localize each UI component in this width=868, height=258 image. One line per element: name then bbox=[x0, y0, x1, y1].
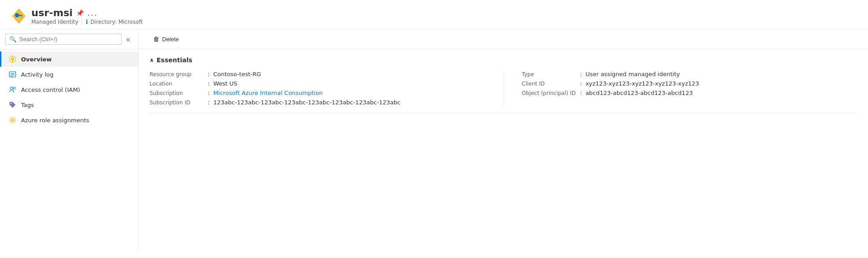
essentials-row-rg: Resource group : Contoso-test-RG bbox=[150, 71, 486, 77]
essentials-grid: Resource group : Contoso-test-RG Locatio… bbox=[150, 71, 857, 106]
essentials-right: Type : User assigned managed identity Cl… bbox=[504, 71, 858, 106]
sidebar-item-label-activity-log: Activity log bbox=[21, 71, 54, 78]
search-input[interactable] bbox=[19, 36, 118, 43]
search-icon: 🔍 bbox=[9, 36, 17, 43]
value-type: User assigned managed identity bbox=[586, 71, 680, 77]
essentials-row-object-id: Object (principal) ID : abcd123-abcd123-… bbox=[522, 90, 858, 96]
header-subtitle: Managed Identity | ℹ Directory: Microsof… bbox=[31, 18, 143, 25]
subtitle-type: Managed Identity bbox=[31, 19, 78, 25]
sep-rg: : bbox=[208, 71, 210, 77]
delete-icon: 🗑 bbox=[153, 35, 159, 43]
access-control-icon bbox=[9, 86, 17, 94]
sep-object-id: : bbox=[580, 90, 582, 96]
content-area: 🗑 Delete ∧ Essentials Resource group : C… bbox=[139, 29, 868, 251]
azure-role-icon bbox=[9, 116, 17, 124]
page-title: usr-msi bbox=[31, 7, 73, 18]
sidebar-item-overview[interactable]: Overview bbox=[0, 52, 138, 67]
sidebar-item-label-overview: Overview bbox=[21, 56, 52, 63]
label-object-id: Object (principal) ID bbox=[522, 90, 580, 96]
chevron-up-icon: ∧ bbox=[150, 57, 154, 63]
label-type: Type bbox=[522, 71, 580, 77]
svg-point-2 bbox=[15, 13, 19, 17]
value-subscription-id: 123abc-123abc-123abc-123abc-123abc-123ab… bbox=[213, 99, 400, 106]
pin-icon[interactable]: 📌 bbox=[76, 9, 84, 17]
info-icon[interactable]: ℹ bbox=[86, 18, 88, 25]
collapse-button[interactable]: « bbox=[124, 34, 133, 44]
value-client-id: xyz123-xyz123-xyz123-xyz123-xyz123 bbox=[586, 80, 699, 87]
sidebar-item-activity-log[interactable]: Activity log bbox=[0, 67, 138, 82]
sidebar-item-label-tags: Tags bbox=[21, 102, 34, 108]
section-divider bbox=[150, 113, 857, 113]
essentials-row-location: Location : West US bbox=[150, 80, 486, 87]
sidebar-search-container[interactable]: 🔍 bbox=[5, 34, 122, 45]
more-options-icon[interactable]: ... bbox=[87, 8, 98, 17]
sep-subscription: : bbox=[208, 90, 210, 96]
svg-point-11 bbox=[10, 87, 13, 90]
sidebar-item-label-iam: Access control (IAM) bbox=[21, 86, 80, 93]
label-subscription: Subscription bbox=[150, 90, 208, 96]
essentials-left: Resource group : Contoso-test-RG Locatio… bbox=[150, 71, 504, 106]
svg-point-13 bbox=[11, 103, 12, 104]
essentials-title: Essentials bbox=[157, 56, 192, 64]
resource-icon bbox=[11, 8, 27, 24]
essentials-row-type: Type : User assigned managed identity bbox=[522, 71, 858, 77]
sidebar-item-access-control[interactable]: Access control (IAM) bbox=[0, 82, 138, 97]
label-subscription-id: Subscription ID bbox=[150, 99, 208, 106]
svg-point-12 bbox=[13, 87, 16, 90]
value-resource-group: Contoso-test-RG bbox=[213, 71, 261, 77]
svg-rect-4 bbox=[21, 15, 22, 17]
sep-client-id: : bbox=[580, 80, 582, 87]
subtitle-divider: | bbox=[81, 19, 83, 25]
sep-sub-id: : bbox=[208, 99, 210, 106]
toolbar: 🗑 Delete bbox=[139, 29, 868, 49]
sidebar-item-azure-role[interactable]: Azure role assignments bbox=[0, 112, 138, 128]
sidebar-item-tags[interactable]: Tags bbox=[0, 97, 138, 112]
subtitle-directory: Directory: Microsoft bbox=[90, 19, 143, 25]
label-client-id: Client ID bbox=[522, 81, 580, 87]
value-object-id: abcd123-abcd123-abcd123-abcd123 bbox=[586, 90, 693, 96]
value-location: West US bbox=[213, 80, 237, 87]
essentials-row-sub-id: Subscription ID : 123abc-123abc-123abc-1… bbox=[150, 99, 486, 106]
overview-icon bbox=[9, 55, 17, 63]
sidebar-nav: Overview Activity log bbox=[0, 50, 138, 129]
essentials-row-client-id: Client ID : xyz123-xyz123-xyz123-xyz123-… bbox=[522, 80, 858, 87]
label-location: Location bbox=[150, 81, 208, 87]
delete-label: Delete bbox=[162, 36, 179, 43]
value-subscription[interactable]: Microsoft Azure Internal Consumption bbox=[213, 90, 323, 96]
sidebar-item-label-azure-role: Azure role assignments bbox=[21, 117, 89, 124]
page-header: usr-msi 📌 ... Managed Identity | ℹ Direc… bbox=[0, 0, 868, 29]
tags-icon bbox=[9, 101, 17, 109]
essentials-row-subscription: Subscription : Microsoft Azure Internal … bbox=[150, 90, 486, 96]
header-title-group: usr-msi 📌 ... Managed Identity | ℹ Direc… bbox=[31, 7, 143, 25]
delete-button[interactable]: 🗑 Delete bbox=[150, 34, 183, 44]
sidebar-search-row: 🔍 « bbox=[0, 29, 138, 50]
sep-location: : bbox=[208, 80, 210, 87]
activity-log-icon bbox=[9, 70, 17, 78]
essentials-section: ∧ Essentials Resource group : Contoso-te… bbox=[139, 49, 868, 113]
main-layout: 🔍 « Overview bbox=[0, 29, 868, 251]
sidebar: 🔍 « Overview bbox=[0, 29, 139, 251]
label-resource-group: Resource group bbox=[150, 71, 208, 77]
sep-type: : bbox=[580, 71, 582, 77]
essentials-header[interactable]: ∧ Essentials bbox=[150, 56, 857, 64]
